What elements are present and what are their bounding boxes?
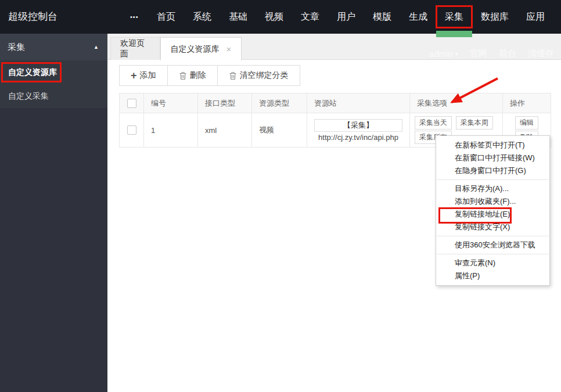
browser-context-menu: 在新标签页中打开(T) 在新窗口中打开链接(W) 在隐身窗口中打开(G) 目标另…	[436, 135, 550, 286]
top-menu-label: 视频	[265, 11, 283, 23]
top-menu-app[interactable]: 应用	[526, 0, 545, 34]
column-header-resource-site: 资源站	[307, 93, 410, 113]
link-front-site[interactable]: 前台	[499, 48, 516, 59]
app-title: 超级控制台	[8, 0, 57, 34]
top-menu: 首页 系统 基础 视频 文章 用户 模版 生成 采集 数据库 应用	[157, 0, 545, 34]
collect-week-button[interactable]: 采集本周	[456, 116, 493, 130]
user-bar: admin ▾ 官网 前台 清缓存	[429, 48, 554, 59]
top-menu-collect[interactable]: 采集	[445, 0, 463, 34]
menu-item-copy-link-text[interactable]: 复制链接文字(X)	[436, 221, 549, 233]
edit-button[interactable]: 编辑	[515, 116, 538, 130]
close-icon[interactable]: ×	[226, 45, 232, 53]
link-clear-cache[interactable]: 清缓存	[528, 48, 554, 59]
top-menu-label: 模版	[373, 11, 391, 23]
cell-resource-site: 【采集】 http://cj.zy.tv/inc/api.php	[307, 113, 410, 148]
menu-separator	[437, 254, 549, 254]
menu-separator	[437, 179, 549, 180]
add-button[interactable]: + 添加	[119, 65, 168, 86]
delete-button[interactable]: 删除	[167, 65, 218, 86]
collapse-arrow-icon[interactable]: ▲	[94, 44, 99, 50]
trash-icon	[229, 71, 237, 80]
select-all-checkbox[interactable]	[127, 99, 136, 108]
link-official-site[interactable]: 官网	[470, 48, 487, 59]
top-menu-label: 应用	[526, 11, 545, 23]
sidebar-item-custom-resource-lib[interactable]: 自定义资源库	[0, 60, 107, 84]
top-navbar: 超级控制台 ••• 首页 系统 基础 视频 文章 用户 模版 生成 采集 数据库…	[0, 0, 561, 34]
column-header-resource-type: 资源类型	[252, 93, 307, 113]
trash-icon	[179, 71, 187, 80]
delete-button-label: 删除	[190, 70, 206, 81]
top-menu-database[interactable]: 数据库	[481, 0, 509, 34]
sidebar-group-label: 采集	[8, 42, 25, 53]
chevron-down-icon: ▾	[455, 51, 458, 57]
top-menu-home[interactable]: 首页	[157, 0, 175, 34]
row-checkbox[interactable]	[127, 125, 136, 135]
table-header-row: 编号 接口类型 资源类型 资源站 采集选项 操作	[120, 93, 551, 113]
column-header-interface-type: 接口类型	[198, 93, 252, 113]
top-menu-template[interactable]: 模版	[373, 0, 391, 34]
top-menu-basic[interactable]: 基础	[229, 0, 247, 34]
menu-item-copy-link-address[interactable]: 复制链接地址(E)	[436, 208, 549, 221]
cell-id: 1	[144, 113, 198, 148]
more-menu-icon[interactable]: •••	[130, 0, 139, 34]
sidebar-item-label: 自定义资源库	[8, 67, 57, 77]
top-menu-video[interactable]: 视频	[265, 0, 283, 34]
cell-resource-type: 视频	[252, 113, 307, 148]
top-menu-label: 生成	[409, 11, 427, 23]
menu-item-add-to-favorites[interactable]: 添加到收藏夹(F)...	[436, 195, 549, 208]
clear-button-label: 清空绑定分类	[240, 70, 289, 81]
collect-today-button[interactable]: 采集当天	[415, 116, 452, 130]
top-menu-label: 用户	[337, 11, 355, 23]
sidebar-item-custom-collect[interactable]: 自定义采集	[0, 84, 107, 108]
tab-bar: 欢迎页面 自定义资源库 × admin ▾ 官网 前台 清缓存	[107, 34, 561, 60]
top-menu-label: 文章	[301, 11, 319, 23]
header-checkbox-cell	[120, 93, 144, 113]
top-menu-label: 采集	[445, 11, 463, 23]
tab-welcome[interactable]: 欢迎页面	[110, 37, 160, 60]
top-menu-article[interactable]: 文章	[301, 0, 319, 34]
tab-custom-resource-lib[interactable]: 自定义资源库 ×	[160, 37, 242, 60]
menu-item-save-target-as[interactable]: 目标另存为(A)...	[436, 182, 549, 195]
menu-item-open-incognito[interactable]: 在隐身窗口中打开(G)	[436, 164, 549, 177]
tab-label: 自定义资源库	[171, 44, 220, 55]
top-menu-label: 基础	[229, 11, 247, 23]
site-name-link[interactable]: 【采集】	[314, 119, 402, 132]
top-menu-system[interactable]: 系统	[193, 0, 211, 34]
top-menu-label: 系统	[193, 11, 211, 23]
sidebar-item-label: 自定义采集	[8, 91, 49, 100]
column-header-id: 编号	[144, 93, 198, 113]
site-url-text: http://cj.zy.tv/inc/api.php	[312, 133, 405, 142]
sidebar-items: 自定义资源库 自定义采集	[0, 60, 107, 108]
row-checkbox-cell	[120, 113, 144, 148]
menu-item-inspect-element[interactable]: 审查元素(N)	[436, 257, 549, 269]
sidebar-group-collect[interactable]: 采集 ▲	[0, 34, 107, 60]
top-menu-user[interactable]: 用户	[337, 0, 355, 34]
toolbar: + 添加 删除 清空绑定分类	[119, 65, 300, 86]
tab-label: 欢迎页面	[120, 38, 150, 59]
top-menu-label: 首页	[157, 11, 175, 23]
menu-item-properties[interactable]: 属性(P)	[436, 269, 549, 282]
menu-item-label: 复制链接地址(E)	[455, 210, 510, 218]
sidebar: 采集 ▲ 自定义资源库 自定义采集	[0, 34, 107, 392]
menu-separator	[437, 236, 549, 236]
clear-bound-category-button[interactable]: 清空绑定分类	[217, 65, 300, 86]
add-button-label: 添加	[140, 70, 156, 81]
menu-item-open-new-window[interactable]: 在新窗口中打开链接(W)	[436, 152, 549, 164]
column-header-actions: 操作	[503, 93, 551, 113]
top-menu-generate[interactable]: 生成	[409, 0, 427, 34]
user-dropdown[interactable]: admin ▾	[429, 48, 458, 59]
menu-item-open-new-tab[interactable]: 在新标签页中打开(T)	[436, 139, 549, 152]
plus-icon: +	[131, 70, 137, 81]
column-header-collect-options: 采集选项	[410, 93, 503, 113]
username: admin	[429, 49, 453, 59]
menu-item-download-with-360[interactable]: 使用360安全浏览器下载	[436, 239, 549, 251]
cell-interface-type: xml	[198, 113, 252, 148]
top-menu-label: 数据库	[481, 11, 509, 23]
